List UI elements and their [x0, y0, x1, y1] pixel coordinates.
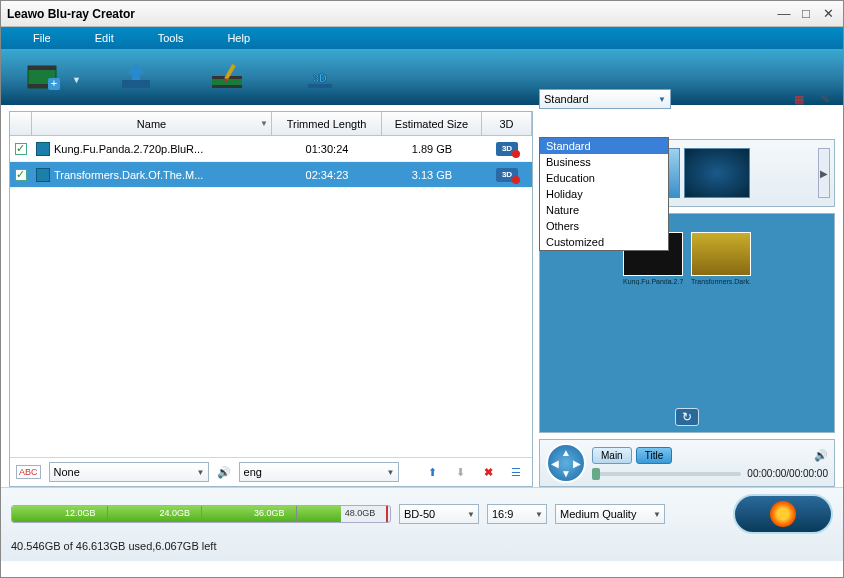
subtitle-select[interactable]: None▼: [49, 462, 209, 482]
move-down-button[interactable]: ⬇: [450, 462, 470, 482]
chevron-down-icon: ▼: [72, 75, 81, 85]
edit-video-button[interactable]: [201, 57, 255, 97]
maximize-button[interactable]: □: [797, 6, 815, 22]
row-name: Kung.Fu.Panda.2.720p.BluR...: [54, 143, 203, 155]
dpad-right-icon: ▶: [573, 458, 581, 469]
close-button[interactable]: ✕: [819, 6, 837, 22]
burn-button[interactable]: [733, 494, 833, 534]
import-button[interactable]: [109, 57, 163, 97]
audio-select[interactable]: eng▼: [239, 462, 399, 482]
theme-next-button[interactable]: ▶: [818, 148, 830, 198]
preview-controls: ▲ ▼ ◀ ▶ Main Title 🔊 00:00:00/00:00:00: [539, 439, 835, 487]
gauge-mark: 24.0GB: [159, 508, 190, 518]
row-est: 3.13 GB: [382, 169, 482, 181]
right-pane: Standard▼ ▦ ✎ Standard Business Educatio…: [539, 111, 835, 487]
disc-type-select[interactable]: BD-50▼: [399, 504, 479, 524]
3d-badge-icon[interactable]: 3D: [496, 142, 518, 156]
col-trimmed[interactable]: Trimmed Length: [272, 112, 382, 135]
theme-option-customized[interactable]: Customized: [540, 234, 668, 250]
tab-main[interactable]: Main: [592, 447, 632, 464]
menu-help[interactable]: Help: [205, 32, 272, 44]
row-checkbox[interactable]: [15, 169, 27, 181]
row-est: 1.89 GB: [382, 143, 482, 155]
theme-category-select[interactable]: Standard▼: [539, 89, 671, 109]
table-row[interactable]: Kung.Fu.Panda.2.720p.BluR... 01:30:24 1.…: [10, 136, 532, 162]
loop-button[interactable]: ↻: [675, 408, 699, 426]
theme-option-others[interactable]: Others: [540, 218, 668, 234]
dpad-left-icon: ◀: [551, 458, 559, 469]
remove-button[interactable]: ✖: [478, 462, 498, 482]
timecode: 00:00:00/00:00:00: [747, 468, 828, 479]
svg-rect-5: [122, 80, 150, 88]
dpad-control[interactable]: ▲ ▼ ◀ ▶: [546, 443, 586, 483]
row-trimmed: 02:34:23: [272, 169, 382, 181]
film-icon: [36, 168, 50, 182]
toolbar: + ▼ 3D: [1, 49, 843, 105]
row-checkbox[interactable]: [15, 143, 27, 155]
theme-option-business[interactable]: Business: [540, 154, 668, 170]
film-icon: [36, 142, 50, 156]
gauge-mark: 12.0GB: [65, 508, 96, 518]
theme-strip: Standard Business Education Holiday Natu…: [539, 139, 835, 207]
row-trimmed: 01:30:24: [272, 143, 382, 155]
flame-icon: [770, 501, 796, 527]
theme-dropdown: Standard Business Education Holiday Natu…: [539, 137, 669, 251]
preview-caption: Kung.Fu.Panda.2.720p.: [623, 278, 683, 285]
preview-thumb: [691, 232, 751, 276]
quality-select[interactable]: Medium Quality▼: [555, 504, 665, 524]
size-gauge: 12.0GB 24.0GB 36.0GB 48.0GB: [11, 505, 391, 523]
3d-button[interactable]: 3D: [293, 57, 347, 97]
svg-marker-6: [128, 64, 144, 80]
col-name[interactable]: Name▼: [32, 112, 272, 135]
svg-rect-13: [308, 84, 332, 88]
move-up-button[interactable]: ⬆: [422, 462, 442, 482]
list-options-button[interactable]: ☰: [506, 462, 526, 482]
menu-edit[interactable]: Edit: [73, 32, 136, 44]
svg-text:3D: 3D: [313, 72, 327, 84]
seek-slider[interactable]: [592, 472, 741, 476]
col-estimated[interactable]: Estimated Size: [382, 112, 482, 135]
menu-file[interactable]: File: [11, 32, 73, 44]
window-title: Leawo Blu-ray Creator: [7, 7, 135, 21]
col-3d[interactable]: 3D: [482, 112, 532, 135]
column-headers: Name▼ Trimmed Length Estimated Size 3D: [10, 112, 532, 136]
theme-thumb[interactable]: [684, 148, 750, 198]
audio-icon: 🔊: [217, 466, 231, 479]
titlebar: Leawo Blu-ray Creator — □ ✕: [1, 1, 843, 27]
add-video-button[interactable]: + ▼: [17, 57, 71, 97]
preview-item[interactable]: Transformers.Dark.Of.T: [691, 232, 751, 285]
theme-option-holiday[interactable]: Holiday: [540, 186, 668, 202]
menubar: File Edit Tools Help: [1, 27, 843, 49]
row-name: Transformers.Dark.Of.The.M...: [54, 169, 203, 181]
edit-theme-button[interactable]: ✎: [815, 89, 835, 109]
dpad-down-icon: ▼: [561, 468, 571, 479]
menu-tools[interactable]: Tools: [136, 32, 206, 44]
file-list-pane: Name▼ Trimmed Length Estimated Size 3D K…: [9, 111, 533, 487]
minimize-button[interactable]: —: [775, 6, 793, 22]
table-row[interactable]: Transformers.Dark.Of.The.M... 02:34:23 3…: [10, 162, 532, 188]
dpad-up-icon: ▲: [561, 447, 571, 458]
volume-icon[interactable]: 🔊: [814, 449, 828, 462]
theme-option-nature[interactable]: Nature: [540, 202, 668, 218]
bottom-bar: 12.0GB 24.0GB 36.0GB 48.0GB BD-50▼ 16:9▼…: [1, 487, 843, 561]
theme-option-standard[interactable]: Standard: [540, 138, 668, 154]
svg-text:+: +: [51, 77, 57, 89]
svg-rect-1: [28, 66, 56, 70]
gauge-mark: 48.0GB: [345, 508, 376, 518]
gauge-mark: 36.0GB: [254, 508, 285, 518]
3d-badge-icon[interactable]: 3D: [496, 168, 518, 182]
tab-title[interactable]: Title: [636, 447, 673, 464]
aspect-select[interactable]: 16:9▼: [487, 504, 547, 524]
svg-rect-9: [212, 85, 242, 88]
delete-theme-button[interactable]: ▦: [789, 89, 809, 109]
status-text: 40.546GB of 46.613GB used,6.067GB left: [11, 540, 833, 552]
col-check[interactable]: [10, 112, 32, 135]
preview-caption: Transformers.Dark.Of.T: [691, 278, 751, 285]
theme-option-education[interactable]: Education: [540, 170, 668, 186]
subtitle-icon: ABC: [16, 465, 41, 479]
list-footer: ABC None▼ 🔊 eng▼ ⬆ ⬇ ✖ ☰: [10, 457, 532, 486]
